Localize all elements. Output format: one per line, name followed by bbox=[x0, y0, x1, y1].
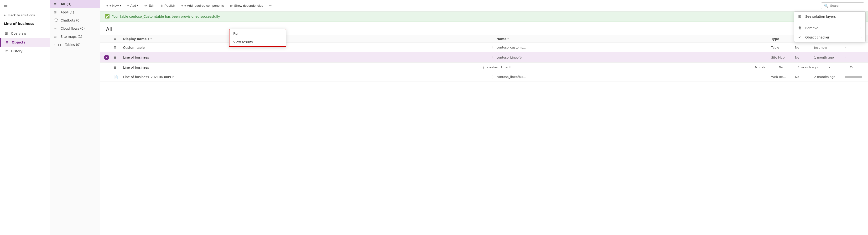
td-owner-1: just now bbox=[814, 46, 845, 49]
add-required-label: + Add required components bbox=[184, 4, 224, 7]
td-more-2[interactable]: ⋮ bbox=[489, 55, 496, 60]
main-content: + + New ▾ + Add ▾ ✏ Edit ⬆ Publish + + A… bbox=[100, 0, 868, 235]
status-bar-4 bbox=[845, 76, 862, 78]
edit-label: Edit bbox=[149, 4, 154, 7]
search-icon: 🔍 bbox=[824, 4, 828, 8]
td-name-3: contoso_Lineofb... bbox=[487, 66, 755, 69]
table-row[interactable]: ⊟ Custom table ⋮ contoso_customt... Tabl… bbox=[100, 43, 868, 52]
cloud-flows-icon: ≈ bbox=[54, 27, 58, 30]
all-heading: All bbox=[100, 22, 868, 35]
row1-more-icon[interactable]: ⋮ bbox=[491, 45, 495, 50]
back-arrow-icon: ← bbox=[4, 14, 6, 17]
row2-more-icon[interactable]: ⋮ bbox=[491, 55, 495, 60]
td-display-4: Line of business_20210430091: bbox=[123, 75, 489, 79]
th-name-chevron: ▾ bbox=[507, 37, 508, 40]
left-panel-item-chatbots[interactable]: 💬 Chatbots (0) bbox=[50, 16, 100, 24]
app-container: ☰ ← Back to solutions Line of business ⊞… bbox=[0, 0, 868, 235]
sidebar-item-history-label: History bbox=[11, 49, 23, 53]
td-display-1: Custom table bbox=[123, 46, 489, 50]
left-panel-item-cloud-flows[interactable]: ≈ Cloud flows (0) bbox=[50, 24, 100, 32]
td-display-3: Line of business bbox=[123, 66, 480, 69]
all-icon: ≡ bbox=[54, 2, 58, 6]
row-check-circle: ✓ bbox=[104, 55, 109, 60]
th-type[interactable]: Type bbox=[771, 37, 795, 41]
th-display-name-label: Display name bbox=[123, 37, 147, 41]
more-dots-icon: ··· bbox=[269, 3, 272, 8]
new-chevron-icon: ▾ bbox=[120, 4, 121, 7]
sidebar-item-overview[interactable]: ⊞ Overview bbox=[0, 29, 50, 38]
back-link[interactable]: ← Back to solutions bbox=[0, 11, 50, 19]
sidebar-item-objects[interactable]: ≡ Objects bbox=[0, 38, 50, 47]
view-results-option[interactable]: View results bbox=[229, 38, 286, 46]
publish-button[interactable]: ⬆ Publish bbox=[158, 3, 178, 9]
more-options-button[interactable]: ··· bbox=[267, 2, 274, 9]
see-solution-layers-option[interactable]: ⊞ See solution layers bbox=[794, 12, 865, 21]
tables-expand-arrow: › bbox=[54, 44, 55, 46]
sidebar-item-overview-label: Overview bbox=[11, 31, 26, 35]
row4-more-icon[interactable]: ⋮ bbox=[491, 75, 495, 79]
success-check-icon: ✅ bbox=[105, 14, 110, 19]
hamburger-icon[interactable]: ☰ bbox=[4, 3, 8, 8]
add-chevron-icon: ▾ bbox=[137, 4, 138, 7]
add-label: Add bbox=[130, 4, 136, 7]
edit-pencil-icon: ✏ bbox=[145, 4, 147, 8]
table-row[interactable]: ✓ ⊟ Line of business ⋮ contoso_Lineofb..… bbox=[100, 52, 868, 63]
add-required-button[interactable]: + + Add required components bbox=[179, 3, 226, 8]
left-panel-item-all-label: All (3) bbox=[61, 2, 71, 6]
th-name-label: Name bbox=[496, 37, 506, 41]
left-panel-item-site-maps[interactable]: ⊟ Site maps (1) bbox=[50, 32, 100, 41]
td-type-1: Table bbox=[771, 46, 795, 49]
remove-label: Remove bbox=[805, 26, 818, 30]
td-name-4: contoso_lineofbu... bbox=[496, 75, 771, 79]
success-banner: ✅ Your table contoso_Customtable has bee… bbox=[100, 11, 868, 22]
table-row[interactable]: ⊟ Line of business ⋮ contoso_Lineofb... … bbox=[100, 63, 868, 72]
td-status-4 bbox=[845, 75, 864, 79]
th-name[interactable]: Name ▾ bbox=[496, 37, 771, 41]
table-row[interactable]: 📄 Line of business_20210430091: ⋮ contos… bbox=[100, 72, 868, 82]
line-of-business-sitemap-icon: ⊟ bbox=[114, 55, 117, 59]
chatbots-icon: 💬 bbox=[54, 19, 58, 22]
remove-option[interactable]: 🗑 Remove › bbox=[794, 23, 865, 32]
run-option[interactable]: Run bbox=[229, 29, 286, 38]
td-status-on-3: On bbox=[850, 66, 864, 69]
web-resource-icon: 📄 bbox=[114, 75, 118, 79]
left-panel-item-chatbots-label: Chatbots (0) bbox=[61, 19, 81, 22]
options-divider bbox=[794, 22, 866, 22]
left-panel-item-site-maps-label: Site maps (1) bbox=[61, 35, 82, 38]
left-panel-item-tables-label: Tables (0) bbox=[65, 43, 81, 47]
th-display-name[interactable]: Display name ↑ ▾ bbox=[123, 37, 489, 41]
sidebar: ☰ ← Back to solutions Line of business ⊞… bbox=[0, 0, 50, 235]
td-icon-3: ⊟ bbox=[114, 65, 123, 70]
search-input[interactable] bbox=[830, 4, 861, 7]
objects-icon: ≡ bbox=[4, 40, 9, 45]
object-checker-icon: ✓ bbox=[798, 35, 803, 40]
td-type-3: Model-... bbox=[755, 66, 779, 69]
search-box[interactable]: 🔍 bbox=[821, 2, 864, 9]
td-name-1: contoso_customt... bbox=[496, 46, 771, 49]
th-display-chevron: ▾ bbox=[151, 37, 152, 40]
dependencies-icon: ⊕ bbox=[230, 4, 233, 8]
td-type-2: Site Map bbox=[771, 56, 795, 59]
toolbar: + + New ▾ + Add ▾ ✏ Edit ⬆ Publish + + A… bbox=[100, 0, 868, 11]
table-area: All ≡ Display name ↑ ▾ Name ▾ Type bbox=[100, 22, 868, 235]
publish-label: Publish bbox=[164, 4, 175, 7]
left-panel-item-tables[interactable]: › ⊟ Tables (0) bbox=[50, 41, 100, 49]
left-panel-item-apps[interactable]: ⊞ Apps (1) bbox=[50, 8, 100, 16]
sidebar-item-history[interactable]: ⟳ History bbox=[0, 47, 50, 55]
td-status-2: - bbox=[845, 56, 864, 59]
row3-more-icon[interactable]: ⋮ bbox=[482, 65, 486, 70]
td-more-4[interactable]: ⋮ bbox=[489, 75, 496, 79]
left-panel-item-all[interactable]: ≡ All (3) bbox=[50, 0, 100, 8]
td-check-2: ✓ bbox=[104, 55, 114, 60]
new-button[interactable]: + + New ▾ bbox=[104, 3, 124, 8]
object-checker-option[interactable]: ✓ Object checker › bbox=[794, 32, 865, 42]
back-link-label: Back to solutions bbox=[8, 14, 35, 17]
edit-button[interactable]: ✏ Edit bbox=[142, 3, 156, 9]
add-button[interactable]: + Add ▾ bbox=[125, 3, 141, 8]
show-dependencies-button[interactable]: ⊕ Show dependencies bbox=[227, 3, 266, 9]
remove-arrow-icon: › bbox=[860, 26, 862, 30]
th-list-icon: ≡ bbox=[114, 37, 116, 41]
overview-icon: ⊞ bbox=[4, 31, 8, 35]
td-more-3[interactable]: ⋮ bbox=[480, 65, 487, 70]
td-more-1[interactable]: ⋮ bbox=[489, 45, 496, 50]
